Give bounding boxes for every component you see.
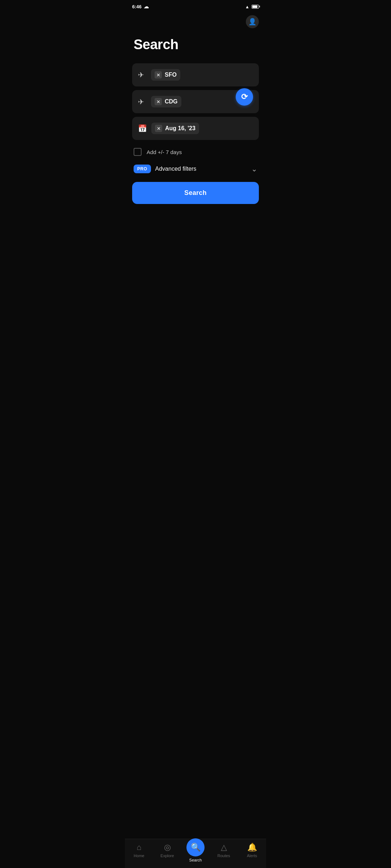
pro-badge: PRO	[134, 165, 151, 173]
origin-chip[interactable]: ✕ SFO	[151, 69, 180, 81]
destination-chip[interactable]: ✕ CDG	[151, 96, 181, 107]
swap-icon	[241, 92, 248, 102]
origin-value: SFO	[165, 72, 177, 78]
clear-origin-button[interactable]: ✕	[155, 71, 162, 78]
origin-field: ✈ ✕ SFO	[132, 63, 259, 86]
page-title: Search	[125, 30, 266, 63]
date-chip[interactable]: ✕ Aug 16, '23	[151, 123, 199, 134]
close-icon: ✕	[156, 99, 160, 105]
status-left: 6:46	[132, 4, 149, 9]
time-label: 6:46	[132, 4, 142, 9]
close-icon: ✕	[156, 72, 160, 78]
status-bar: 6:46	[125, 0, 266, 12]
flexible-dates-label: Add +/- 7 days	[147, 149, 182, 155]
status-right	[245, 4, 259, 9]
swap-button[interactable]	[236, 88, 253, 106]
person-icon: 👤	[248, 18, 256, 26]
chevron-down-icon[interactable]: ⌄	[251, 165, 257, 173]
arrival-icon: ✈	[138, 97, 147, 106]
close-icon: ✕	[157, 126, 161, 131]
calendar-icon: 📅	[138, 124, 147, 133]
date-field: 📅 ✕ Aug 16, '23	[132, 117, 259, 140]
battery-icon	[252, 5, 259, 9]
search-button[interactable]: Search	[132, 182, 259, 204]
date-value: Aug 16, '23	[165, 125, 196, 132]
flexible-dates-checkbox[interactable]	[134, 148, 142, 156]
clear-destination-button[interactable]: ✕	[155, 98, 162, 105]
avatar-button[interactable]: 👤	[246, 15, 259, 28]
clear-date-button[interactable]: ✕	[155, 125, 162, 132]
advanced-filters-label: Advanced filters	[155, 166, 247, 172]
wifi-icon	[245, 4, 249, 9]
header: 👤	[125, 12, 266, 30]
main-content: ✈ ✕ SFO ✈ ✕ CDG 📅 ✕ Aug 16, '23	[125, 63, 266, 237]
advanced-filters-row: PRO Advanced filters ⌄	[132, 162, 259, 175]
departure-icon: ✈	[138, 71, 147, 79]
destination-value: CDG	[165, 98, 178, 105]
cloud-icon	[144, 4, 149, 9]
flexible-dates-row: Add +/- 7 days	[132, 144, 259, 160]
